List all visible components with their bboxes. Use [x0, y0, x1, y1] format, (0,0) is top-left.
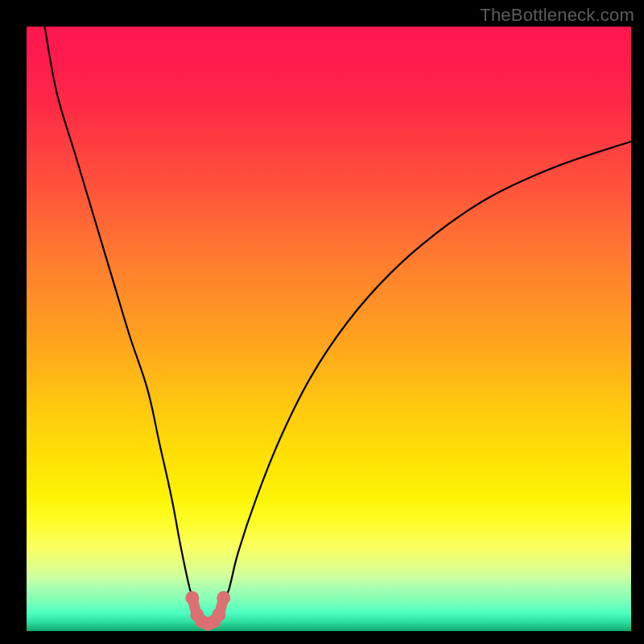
bottleneck-curve [45, 27, 631, 624]
watermark-text: TheBottleneck.com [480, 5, 634, 26]
optimal-point [185, 591, 199, 605]
chart-frame: TheBottleneck.com [0, 0, 644, 644]
optimal-region-dots [185, 591, 230, 630]
curve-layer [27, 27, 631, 631]
optimal-point [217, 591, 230, 605]
optimal-point [212, 608, 225, 621]
plot-area [27, 27, 631, 631]
